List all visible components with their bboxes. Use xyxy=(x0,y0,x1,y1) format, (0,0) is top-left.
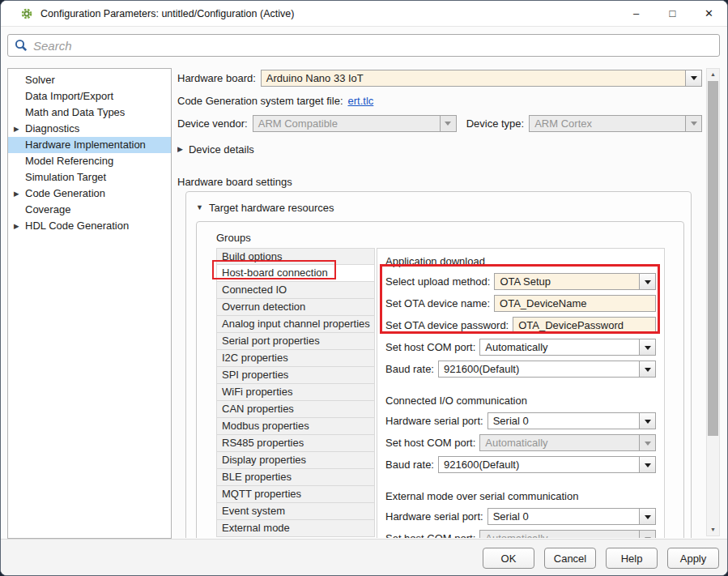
hardware-serial-port-combo[interactable]: Serial 0 xyxy=(487,412,656,429)
group-item-i2c-properties[interactable]: I2C properties xyxy=(216,350,375,367)
dropdown-arrow-icon[interactable] xyxy=(639,361,655,377)
expand-arrow-icon[interactable]: ▶ xyxy=(14,121,19,137)
hardware-board-settings-group: ▼ Target hardware resources Groups Build… xyxy=(185,191,692,538)
host-com-port-combo[interactable]: Automatically xyxy=(479,339,656,356)
ota-device-password-label: Set OTA device password: xyxy=(385,319,509,331)
configuration-parameters-dialog: Configuration Parameters: untitled/Confi… xyxy=(0,0,728,576)
ota-device-name-field[interactable]: OTA_DeviceName xyxy=(494,295,656,312)
dropdown-arrow-icon[interactable] xyxy=(639,339,655,355)
hardware-board-settings-label: Hardware board settings xyxy=(177,176,702,188)
host-com-port-row-3: Set host COM port: Automatically xyxy=(385,530,656,538)
ok-button[interactable]: OK xyxy=(483,548,534,569)
external-mode-heading: External mode over serial communication xyxy=(385,489,656,505)
dropdown-arrow-icon xyxy=(440,116,456,131)
host-com-port-label: Set host COM port: xyxy=(385,341,475,353)
group-item-rs485-properties[interactable]: RS485 properties xyxy=(216,435,375,452)
group-item-display-properties[interactable]: Display properties xyxy=(216,452,375,469)
host-com-port-row: Set host COM port: Automatically xyxy=(385,339,656,356)
application-download-heading: Application download xyxy=(385,254,656,270)
scroll-down-icon[interactable]: ▼ xyxy=(707,524,719,535)
dropdown-arrow-icon[interactable] xyxy=(639,509,655,524)
device-type-label: Device type: xyxy=(466,117,525,130)
sidebar-item-code-generation[interactable]: ▶Code Generation xyxy=(8,186,171,202)
connected-io-communication-heading: Connected I/O communication xyxy=(385,393,656,409)
group-item-host-board-connection[interactable]: Host-board connection xyxy=(216,265,375,282)
group-item-mqtt-properties[interactable]: MQTT properties xyxy=(216,486,375,503)
apply-button[interactable]: Apply xyxy=(667,548,719,569)
hardware-serial-port-combo-2[interactable]: Serial 0 xyxy=(487,508,656,525)
ota-device-password-field[interactable]: OTA_DevicePassword xyxy=(513,317,656,334)
sidebar-item-math-and-data-types[interactable]: Math and Data Types xyxy=(8,105,171,121)
ota-device-password-row: Set OTA device password: OTA_DevicePassw… xyxy=(385,317,656,334)
search-bar xyxy=(1,28,727,62)
search-icon xyxy=(15,39,28,52)
dropdown-arrow-icon[interactable] xyxy=(639,413,655,429)
ota-device-name-label: Set OTA device name: xyxy=(385,297,490,309)
sidebar-item-hdl-code-generation[interactable]: ▶HDL Code Generation xyxy=(8,218,171,234)
group-item-build-options[interactable]: Build options xyxy=(216,248,375,265)
hardware-board-combo[interactable]: Arduino Nano 33 IoT xyxy=(261,70,702,87)
scroll-up-icon[interactable]: ▲ xyxy=(707,69,719,80)
minimize-button[interactable]: – xyxy=(618,1,654,27)
upload-method-combo[interactable]: OTA Setup xyxy=(494,273,656,290)
hardware-serial-port-label: Hardware serial port: xyxy=(385,510,483,523)
group-item-serial-port-properties[interactable]: Serial port properties xyxy=(216,333,375,350)
sidebar-item-coverage[interactable]: Coverage xyxy=(8,202,171,218)
group-item-spi-properties[interactable]: SPI properties xyxy=(216,367,375,384)
group-item-modbus-properties[interactable]: Modbus properties xyxy=(216,418,375,435)
hardware-serial-port-row: Hardware serial port: Serial 0 xyxy=(385,412,656,429)
help-button[interactable]: Help xyxy=(606,548,658,569)
host-com-port-label: Set host COM port: xyxy=(385,437,475,449)
host-com-port-combo-disabled-2: Automatically xyxy=(479,530,656,538)
upload-method-row: Select upload method: OTA Setup xyxy=(385,273,656,290)
dropdown-arrow-icon xyxy=(639,435,655,450)
group-item-connected-io[interactable]: Connected IO xyxy=(216,282,375,299)
host-com-port-label: Set host COM port: xyxy=(385,532,475,538)
groups-label: Groups xyxy=(216,232,683,244)
sidebar-item-diagnostics[interactable]: ▶Diagnostics xyxy=(8,121,171,137)
dropdown-arrow-icon[interactable] xyxy=(639,457,655,472)
host-com-port-combo-disabled: Automatically xyxy=(479,434,656,451)
window-title: Configuration Parameters: untitled/Confi… xyxy=(40,8,294,19)
device-type-combo: ARM Cortex xyxy=(529,115,702,132)
scrollbar-thumb[interactable] xyxy=(708,81,718,436)
search-input[interactable] xyxy=(33,36,719,55)
sidebar-item-data-import-export[interactable]: Data Import/Export xyxy=(8,88,171,105)
close-button[interactable]: ✕ xyxy=(691,1,727,27)
category-tree: Solver Data Import/Export Math and Data … xyxy=(7,68,172,539)
target-hardware-resources-expander[interactable]: ▼ Target hardware resources xyxy=(196,199,684,215)
group-item-wifi-properties[interactable]: WiFi properties xyxy=(216,384,375,401)
sidebar-item-hardware-implementation[interactable]: Hardware Implementation xyxy=(8,137,171,153)
device-vendor-combo: ARM Compatible xyxy=(253,115,457,132)
sidebar-item-solver[interactable]: Solver xyxy=(8,72,171,88)
group-item-ble-properties[interactable]: BLE properties xyxy=(216,469,375,486)
expand-arrow-icon[interactable]: ▶ xyxy=(14,218,19,234)
dropdown-arrow-icon[interactable] xyxy=(685,70,701,86)
search-box[interactable] xyxy=(7,34,720,57)
groups-list: Build options Host-board connection Conn… xyxy=(216,248,375,538)
device-details-expander[interactable]: ▶ Device details xyxy=(177,141,702,157)
group-item-can-properties[interactable]: CAN properties xyxy=(216,401,375,418)
hardware-serial-port-row-2: Hardware serial port: Serial 0 xyxy=(385,508,656,525)
cancel-button[interactable]: Cancel xyxy=(544,548,596,569)
baud-rate-combo-2[interactable]: 921600(Default) xyxy=(438,456,656,473)
maximize-button[interactable]: □ xyxy=(654,1,691,27)
simulink-config-gear-icon xyxy=(20,7,33,20)
group-item-event-system[interactable]: Event system xyxy=(216,503,375,520)
dropdown-arrow-icon xyxy=(639,531,655,538)
hardware-board-label: Hardware board: xyxy=(177,72,256,84)
device-vendor-label: Device vendor: xyxy=(177,117,248,130)
dropdown-arrow-icon[interactable] xyxy=(639,274,655,289)
ert-tlc-link[interactable]: ert.tlc xyxy=(348,95,374,107)
sidebar-item-model-referencing[interactable]: Model Referencing xyxy=(8,153,171,169)
host-com-port-row-2: Set host COM port: Automatically xyxy=(385,434,656,451)
group-settings-panel: Application download Select upload metho… xyxy=(377,248,665,538)
sidebar-item-simulation-target[interactable]: Simulation Target xyxy=(8,169,171,186)
baud-rate-combo[interactable]: 921600(Default) xyxy=(438,361,656,378)
group-item-overrun-detection[interactable]: Overrun detection xyxy=(216,299,375,316)
group-item-external-mode[interactable]: External mode xyxy=(216,520,375,537)
vertical-scrollbar[interactable]: ▲ ▼ xyxy=(706,68,720,536)
target-hardware-resources-label: Target hardware resources xyxy=(209,202,334,214)
expand-arrow-icon[interactable]: ▶ xyxy=(14,186,19,202)
group-item-analog-input-channel-properties[interactable]: Analog input channel properties xyxy=(216,316,375,333)
